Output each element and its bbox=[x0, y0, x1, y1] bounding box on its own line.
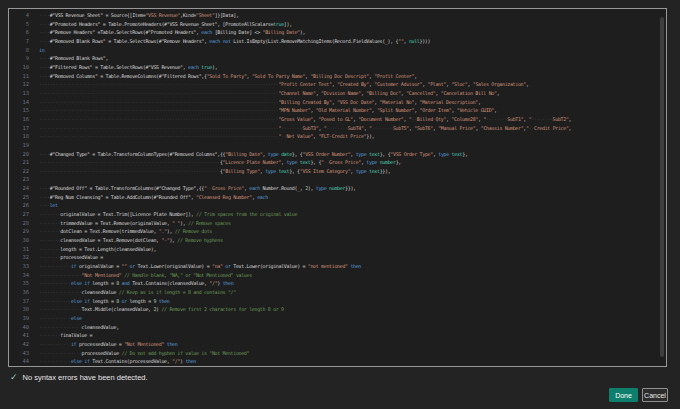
line-number: 19 bbox=[9, 141, 29, 150]
line-number: 22 bbox=[9, 167, 29, 176]
code-line[interactable]: 32········processedValue = bbox=[9, 253, 658, 262]
line-number: 20 bbox=[9, 150, 29, 159]
code-line[interactable]: 34················"Not Mentioned" // Han… bbox=[9, 271, 658, 280]
code-line[interactable]: 10····#"Filtered Rows" = Table.SelectRow… bbox=[9, 63, 658, 72]
check-icon: ✓ bbox=[10, 371, 18, 384]
code-line[interactable]: 25····#"Reg Num Cleansing" = Table.AddCo… bbox=[9, 193, 658, 202]
code-text: ············if originalValue = "" or Tex… bbox=[39, 262, 361, 271]
syntax-status-bar: ✓ No syntax errors have been detected. bbox=[10, 371, 148, 384]
code-text: ············else if Text.Contains(proces… bbox=[39, 357, 196, 366]
code-line[interactable]: 22······································… bbox=[9, 167, 658, 176]
code-line[interactable]: 35············else if length = 8 and Tex… bbox=[9, 279, 658, 288]
code-text: ····#"Removed Blank Rows" = Table.Select… bbox=[39, 37, 430, 46]
line-number: 27 bbox=[9, 210, 29, 219]
code-text: ········································… bbox=[39, 167, 390, 176]
code-line[interactable]: 44············else if Text.Contains(proc… bbox=[9, 357, 658, 366]
code-line[interactable]: 43················processedValue // Do n… bbox=[9, 349, 658, 358]
line-number: 14 bbox=[9, 98, 29, 107]
line-number: 8 bbox=[9, 46, 29, 55]
code-text: ········································… bbox=[39, 132, 374, 141]
code-line[interactable]: 7····#"Removed Blank Rows" = Table.Selec… bbox=[9, 37, 658, 46]
line-number: 42 bbox=[9, 340, 29, 349]
code-line[interactable]: 4····#"VSS Revenue_Sheet" = Source{[Item… bbox=[9, 11, 658, 20]
code-text: ············else if length = 8 or length… bbox=[39, 297, 169, 306]
code-line[interactable]: 18······································… bbox=[9, 132, 658, 141]
line-number: 9 bbox=[9, 54, 29, 63]
code-text: ····#"Reg Num Cleansing" = Table.AddColu… bbox=[39, 193, 268, 202]
line-number: 5 bbox=[9, 20, 29, 29]
code-line[interactable]: 30········cleansedValue = Text.Remove(do… bbox=[9, 236, 658, 245]
code-line[interactable]: 14······································… bbox=[9, 98, 658, 107]
code-text: ····#"Remove Headers" =Table.SelectRows(… bbox=[39, 28, 305, 37]
code-line[interactable]: 26····let bbox=[9, 201, 658, 210]
done-button[interactable]: Done bbox=[609, 388, 638, 402]
line-number: 33 bbox=[9, 262, 29, 271]
code-line[interactable]: 24····#"Rounded Off" = Table.TransformCo… bbox=[9, 184, 658, 193]
code-line[interactable]: 17······································… bbox=[9, 124, 658, 133]
code-line[interactable]: 8in bbox=[9, 46, 658, 55]
code-line[interactable]: 19 bbox=[9, 141, 658, 150]
cancel-button[interactable]: Cancel bbox=[642, 388, 668, 402]
code-line[interactable]: 16······································… bbox=[9, 115, 658, 124]
line-number: 7 bbox=[9, 37, 29, 46]
line-number: 38 bbox=[9, 305, 29, 314]
line-number: 12 bbox=[9, 80, 29, 89]
code-editor[interactable]: 4····#"VSS Revenue_Sheet" = Source{[Item… bbox=[8, 8, 667, 367]
code-text: ················cleansedValue // Keep as… bbox=[39, 288, 236, 297]
code-line[interactable]: 21······································… bbox=[9, 158, 658, 167]
line-number: 36 bbox=[9, 288, 29, 297]
code-text: ····let bbox=[39, 201, 58, 210]
code-line[interactable]: 9····#"Removed Blank Rows", bbox=[9, 54, 658, 63]
code-line[interactable]: 6····#"Remove Headers" =Table.SelectRows… bbox=[9, 28, 658, 37]
code-line[interactable]: 27········originalValue = Text.Trim([Lic… bbox=[9, 210, 658, 219]
line-number: 10 bbox=[9, 63, 29, 72]
line-number: 17 bbox=[9, 124, 29, 133]
line-number: 25 bbox=[9, 193, 29, 202]
code-line[interactable]: 41········finalValue = bbox=[9, 331, 658, 340]
code-line[interactable]: 13······································… bbox=[9, 89, 658, 98]
code-line[interactable]: 36················cleansedValue // Keep … bbox=[9, 288, 658, 297]
code-line[interactable]: 5····#"Promoted Headers" = Table.Promote… bbox=[9, 20, 658, 29]
line-number: 41 bbox=[9, 331, 29, 340]
vertical-scrollbar[interactable] bbox=[660, 17, 664, 357]
code-line[interactable]: 11····#"Removed Columns" = Table.RemoveC… bbox=[9, 72, 658, 81]
code-line[interactable]: 38················Text.Middle(cleansedVa… bbox=[9, 305, 658, 314]
code-line[interactable]: 40················cleansedValue, bbox=[9, 323, 658, 332]
code-text: ········································… bbox=[39, 80, 529, 89]
code-line[interactable]: 12······································… bbox=[9, 80, 658, 89]
code-line[interactable]: 33············if originalValue = "" or T… bbox=[9, 262, 658, 271]
line-number: 6 bbox=[9, 28, 29, 37]
code-text: ········length = Text.Length(cleansedVal… bbox=[39, 245, 156, 254]
line-number: 32 bbox=[9, 253, 29, 262]
code-text: ········································… bbox=[39, 106, 497, 115]
code-text: ····#"Promoted Headers" = Table.PromoteH… bbox=[39, 20, 292, 29]
code-text: ········································… bbox=[39, 98, 481, 107]
code-line[interactable]: 42············if processedValue = "Not M… bbox=[9, 340, 658, 349]
code-text: ····#"VSS Revenue_Sheet" = Source{[Item=… bbox=[39, 11, 239, 20]
line-number: 39 bbox=[9, 314, 29, 323]
line-number: 18 bbox=[9, 132, 29, 141]
code-text: ········cleansedValue = Text.Remove(dotC… bbox=[39, 236, 223, 245]
code-lines[interactable]: 4····#"VSS Revenue_Sheet" = Source{[Item… bbox=[9, 11, 658, 366]
code-text: ················processedValue // Do not… bbox=[39, 349, 249, 358]
code-line[interactable]: 28········trimmedValue = Text.Remove(ori… bbox=[9, 219, 658, 228]
code-line[interactable]: 29········dotClean = Text.Remove(trimmed… bbox=[9, 227, 658, 236]
code-line[interactable]: 31········length = Text.Length(cleansedV… bbox=[9, 245, 658, 254]
code-line[interactable]: 15······································… bbox=[9, 106, 658, 115]
code-text: ····#"Changed Type" = Table.TransformCol… bbox=[39, 150, 468, 159]
code-text: in bbox=[39, 46, 44, 55]
code-text: ····#"Rounded Off" = Table.TransformColu… bbox=[39, 184, 356, 193]
code-text: ············if processedValue = "Not Men… bbox=[39, 340, 177, 349]
line-number: 35 bbox=[9, 279, 29, 288]
code-text: ········································… bbox=[39, 89, 499, 98]
line-number: 15 bbox=[9, 106, 29, 115]
code-text: ····#"Removed Columns" = Table.RemoveCol… bbox=[39, 72, 417, 81]
code-text: ············else bbox=[39, 314, 82, 323]
code-text: ············else if length = 8 and Text.… bbox=[39, 279, 233, 288]
code-line[interactable]: 20····#"Changed Type" = Table.TransformC… bbox=[9, 150, 658, 159]
code-text: ················cleansedValue, bbox=[39, 323, 119, 332]
code-line[interactable]: 37············else if length = 8 or leng… bbox=[9, 297, 658, 306]
code-line[interactable]: 39············else bbox=[9, 314, 658, 323]
code-text: ········trimmedValue = Text.Remove(origi… bbox=[39, 219, 231, 228]
code-line[interactable]: 23 bbox=[9, 175, 658, 184]
